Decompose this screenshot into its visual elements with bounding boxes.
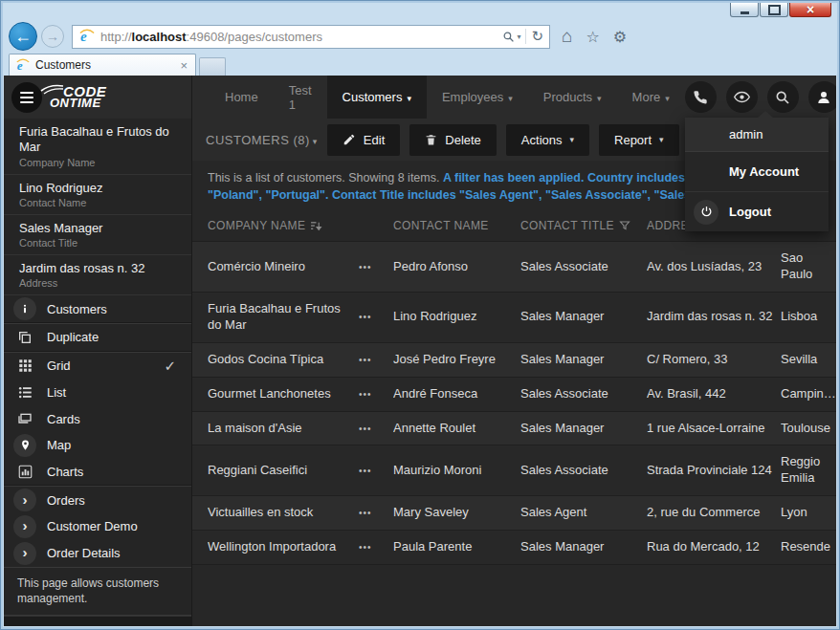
delete-button[interactable]: Delete [409,124,497,156]
cell-address: Av. Brasil, 442 [647,378,781,411]
summary-company-name[interactable]: Furia Bacalhau e Frutos do Mar Company N… [4,119,191,175]
cell-title: Sales Manager [520,343,647,377]
sidebar-view-list[interactable]: List [4,379,191,405]
table-row[interactable]: La maison d'Asie ••• Annette Roulet Sale… [192,411,836,445]
menu-item-logout[interactable]: Logout [685,192,829,231]
menu-item-my-account[interactable]: My Account [685,152,829,192]
cell-company: Reggiani Caseifici [208,454,359,488]
cell-address: Jardim das rosas n. 32 [647,300,781,334]
table-row[interactable]: Comércio Mineiro ••• Pedro Afonso Sales … [192,241,836,292]
grid-icon [13,355,36,378]
tab-close-icon[interactable]: × [178,58,189,73]
actions-button[interactable]: Actions▾ [506,124,589,156]
nav-item-home[interactable]: Home [210,76,274,119]
chevron-down-icon: ▾ [569,135,574,144]
trash-icon [425,133,437,146]
row-menu-icon[interactable]: ••• [359,498,393,528]
cell-title: Sales Manager [520,300,647,334]
app-logo[interactable]: CODE ONTIME [50,86,106,109]
cell-address: Strada Provinciale 124 [647,454,781,488]
summary-contact-title[interactable]: Sales Manager Contact Title [4,215,191,255]
cell-title: Sales Agent [520,496,647,530]
chevron-right-icon: › [13,489,36,511]
edit-button[interactable]: Edit [327,124,400,156]
check-icon: ✓ [164,358,176,375]
sidebar-item-duplicate[interactable]: Duplicate [4,324,191,351]
cell-company: Victuailles en stock [208,496,359,530]
table-row[interactable]: Reggiani Caseifici ••• Maurizio Moroni S… [192,445,836,495]
window-titlebar[interactable] [1,1,839,20]
tab-title: Customers [35,58,178,72]
cell-contact: Mary Saveley [393,496,520,530]
report-button[interactable]: Report▾ [599,124,679,156]
sidebar-view-cards[interactable]: Cards [4,405,191,432]
sort-asc-icon [310,220,322,232]
power-icon [694,200,718,225]
forward-button[interactable]: → [41,25,64,48]
sidebar-view-map[interactable]: Map [4,432,191,459]
summary-address[interactable]: Jardim das rosas n. 32 Address [4,255,191,295]
nav-item-test1[interactable]: Test 1 [274,76,327,119]
sidebar-item-orders[interactable]: › Orders [4,487,191,513]
row-menu-icon[interactable]: ••• [359,532,393,562]
address-bar[interactable]: e http://localhost:49608/pages/customers… [72,25,550,49]
cell-contact: André Fonseca [393,378,520,411]
cell-contact: Pedro Afonso [393,250,520,284]
close-window-button[interactable] [789,3,831,17]
chevron-down-icon: ▾ [508,94,513,103]
chevron-right-icon: › [13,542,36,565]
table-row[interactable]: Godos Cocina Típica ••• José Pedro Freyr… [192,342,836,377]
user-account-icon[interactable] [808,81,836,113]
nav-item-products[interactable]: Products▾ [528,76,617,119]
url-search-icon[interactable] [502,31,515,43]
cell-city: Campin… [781,378,836,411]
sidebar-view-charts[interactable]: Charts [4,459,191,486]
cell-contact: Paula Parente [393,531,520,564]
table-row[interactable]: Victuailles en stock ••• Mary Saveley Sa… [192,495,836,530]
sidebar-item-customer-demo[interactable]: › Customer Demo [4,513,191,540]
sidebar-view-grid[interactable]: Grid ✓ [4,353,191,380]
summary-contact-name[interactable]: Lino Rodriguez Contact Name [4,175,191,215]
row-menu-icon[interactable]: ••• [359,414,393,444]
settings-gear-icon[interactable]: ⚙ [613,28,627,46]
minimize-button[interactable] [730,3,759,17]
cell-contact: Lino Rodriguez [393,300,520,334]
nav-item-customers[interactable]: Customers▾ [327,76,427,119]
table-row[interactable]: Furia Bacalhau e Frutos do Mar ••• Lino … [192,292,836,342]
search-icon[interactable] [767,81,799,113]
phone-icon[interactable] [685,81,717,113]
nav-item-more[interactable]: More▾ [617,76,685,119]
sidebar-item-order-details[interactable]: › Order Details [4,540,191,567]
cell-title: Sales Associate [520,378,647,411]
row-menu-icon[interactable]: ••• [359,252,393,282]
row-menu-icon[interactable]: ••• [359,345,393,375]
eye-icon[interactable] [726,81,758,113]
column-contact-name[interactable]: CONTACT NAME [393,219,520,232]
row-menu-icon[interactable]: ••• [359,302,393,332]
home-icon[interactable]: ⌂ [562,26,572,47]
column-company-name[interactable]: COMPANY NAME [208,219,359,232]
favorites-star-icon[interactable]: ☆ [586,28,599,46]
table-row[interactable]: Gourmet Lanchonetes ••• André Fonseca Sa… [192,377,836,411]
ie-icon: e [78,29,96,44]
sidebar-item-customers[interactable]: Customers [4,295,191,322]
browser-toolbar: ← → e http://localhost:49608/pages/custo… [1,20,839,53]
tab-customers[interactable]: e Customers × [9,54,196,76]
sidebar-bottom-strip [4,616,191,626]
back-button[interactable]: ← [9,22,37,51]
row-menu-icon[interactable]: ••• [359,456,393,486]
cell-address: C/ Romero, 33 [647,343,781,377]
column-contact-title[interactable]: CONTACT TITLE [520,219,647,232]
view-selector[interactable]: CUSTOMERS (8)▾ [206,133,318,147]
new-tab-button[interactable] [199,57,226,76]
sidebar: Furia Bacalhau e Frutos do Mar Company N… [4,119,192,626]
hamburger-menu-icon[interactable] [11,82,42,113]
cell-address: Av. dos Lusíadas, 23 [647,250,781,284]
cards-icon [13,407,36,430]
row-menu-icon[interactable]: ••• [359,380,393,409]
maximize-button[interactable] [760,3,788,17]
refresh-icon[interactable]: ↻ [531,28,543,45]
search-options-caret-icon[interactable]: ▾ [517,33,520,41]
table-row[interactable]: Wellington Importadora ••• Paula Parente… [192,530,836,564]
nav-item-employees[interactable]: Employees▾ [427,76,528,119]
